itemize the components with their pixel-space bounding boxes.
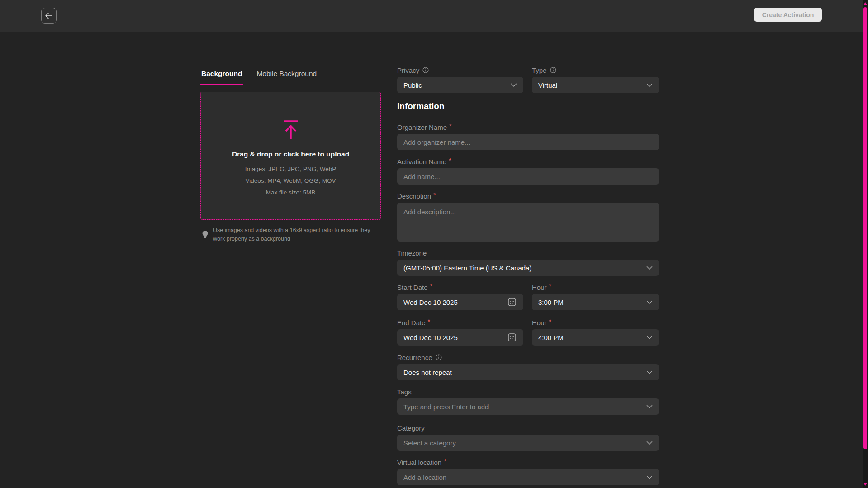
- organizer-name-input[interactable]: [397, 134, 659, 150]
- end-hour-value: 4:00 PM: [538, 334, 564, 341]
- virtual-location-label: Virtual location: [397, 459, 441, 466]
- active-tab-underline: [200, 84, 243, 85]
- virtual-location-group: Virtual location * Add a location: [397, 458, 659, 466]
- start-hour-select[interactable]: 3:00 PM: [532, 294, 659, 310]
- dropzone-title: Drag & drop or click here to upload: [232, 150, 349, 158]
- recurrence-label: Recurrence: [397, 354, 432, 361]
- tags-label: Tags: [397, 388, 412, 396]
- start-date-input[interactable]: Wed Dec 10 2025: [397, 294, 523, 310]
- end-date-value: Wed Dec 10 2025: [403, 334, 458, 341]
- start-hour-value: 3:00 PM: [538, 298, 564, 306]
- end-hour-label: Hour: [532, 319, 547, 327]
- required-asterisk: *: [549, 283, 551, 290]
- required-asterisk: *: [430, 283, 432, 290]
- tab-mobile-background-label: Mobile Background: [256, 70, 317, 77]
- category-placeholder: Select a category: [403, 439, 456, 447]
- timezone-value: (GMT-05:00) Eastern Time (US & Canada): [403, 264, 531, 272]
- chevron-down-icon: [646, 405, 653, 408]
- start-hour-label: Hour: [532, 284, 547, 291]
- required-asterisk: *: [449, 157, 451, 164]
- calendar-icon: [507, 297, 517, 307]
- top-bar: Create Activation: [0, 0, 868, 32]
- required-asterisk: *: [549, 318, 551, 325]
- scrollbar-thumb[interactable]: [863, 7, 867, 449]
- description-label: Description: [397, 192, 431, 200]
- category-label: Category: [397, 424, 425, 432]
- chevron-down-icon: [646, 266, 653, 270]
- type-value: Virtual: [538, 81, 557, 89]
- background-tabs: Background Mobile Background: [200, 67, 381, 85]
- calendar-icon: [507, 332, 517, 342]
- tags-placeholder: Type and press Enter to add: [403, 403, 489, 411]
- organizer-name-group: Organizer Name *: [397, 123, 659, 131]
- privacy-select[interactable]: Public: [397, 77, 523, 93]
- chevron-down-icon: [646, 336, 653, 339]
- dropzone-images-formats: Images: JPEG, JPG, PNG, WebP: [245, 166, 337, 172]
- required-asterisk: *: [444, 458, 446, 465]
- virtual-location-placeholder: Add a location: [403, 474, 446, 481]
- required-asterisk: *: [428, 318, 430, 325]
- timezone-select[interactable]: (GMT-05:00) Eastern Time (US & Canada): [397, 260, 659, 276]
- description-textarea[interactable]: [397, 203, 659, 242]
- end-date-group: End Date * Wed Dec 10 2025: [397, 318, 523, 327]
- timezone-label: Timezone: [397, 249, 427, 257]
- chevron-down-icon: [646, 441, 653, 445]
- dropzone-max-size: Max file size: 5MB: [266, 189, 316, 196]
- information-section-title: Information: [397, 101, 445, 111]
- privacy-field-group: Privacy Public: [397, 66, 523, 74]
- timezone-group: Timezone (GMT-05:00) Eastern Time (US & …: [397, 249, 659, 257]
- chevron-down-icon: [511, 83, 517, 87]
- required-asterisk: *: [449, 123, 451, 130]
- chevron-down-icon: [646, 475, 653, 479]
- tags-group: Tags Type and press Enter to add: [397, 388, 659, 396]
- type-select[interactable]: Virtual: [532, 77, 659, 93]
- arrow-left-icon: [45, 13, 53, 19]
- dropzone-videos-formats: Videos: MP4, WebM, OGG, MOV: [246, 177, 336, 184]
- privacy-label: Privacy: [397, 66, 419, 74]
- page-scrollbar[interactable]: [863, 0, 868, 488]
- type-field-group: Type Virtual: [532, 66, 659, 74]
- scrollbar-down-arrow-icon[interactable]: [863, 483, 867, 486]
- category-select[interactable]: Select a category: [397, 435, 659, 451]
- chevron-down-icon: [646, 300, 653, 304]
- virtual-location-input[interactable]: Add a location: [397, 469, 659, 485]
- end-hour-select[interactable]: 4:00 PM: [532, 329, 659, 346]
- start-hour-group: Hour * 3:00 PM: [532, 283, 659, 291]
- recurrence-value: Does not repeat: [403, 369, 452, 376]
- recurrence-select[interactable]: Does not repeat: [397, 364, 659, 380]
- create-activation-button[interactable]: Create Activation: [754, 8, 822, 22]
- start-date-group: Start Date * Wed Dec 10 2025: [397, 283, 523, 291]
- hint-text: Use images and videos with a 16x9 aspect…: [213, 226, 371, 243]
- privacy-value: Public: [403, 81, 422, 89]
- aspect-ratio-hint: Use images and videos with a 16x9 aspect…: [202, 226, 376, 243]
- end-date-input[interactable]: Wed Dec 10 2025: [397, 329, 523, 346]
- file-dropzone[interactable]: Drag & drop or click here to upload Imag…: [200, 92, 381, 220]
- activation-name-group: Activation Name *: [397, 157, 659, 166]
- info-icon[interactable]: [550, 67, 556, 73]
- activation-name-label: Activation Name: [397, 158, 446, 166]
- organizer-name-label: Organizer Name: [397, 123, 447, 131]
- tab-mobile-background[interactable]: Mobile Background: [256, 67, 318, 85]
- tab-background-label: Background: [201, 70, 242, 77]
- description-group: Description *: [397, 192, 659, 200]
- back-button[interactable]: [41, 8, 57, 24]
- info-icon[interactable]: [422, 67, 429, 73]
- upload-arrow-icon: [280, 119, 301, 141]
- activation-name-input[interactable]: [397, 168, 659, 185]
- lightbulb-icon: [202, 226, 209, 243]
- info-icon[interactable]: [436, 354, 442, 360]
- type-label: Type: [532, 66, 547, 74]
- chevron-down-icon: [646, 83, 653, 87]
- required-asterisk: *: [433, 191, 436, 199]
- scrollbar-up-arrow-icon[interactable]: [863, 2, 867, 5]
- category-group: Category Select a category: [397, 424, 659, 432]
- tags-input[interactable]: Type and press Enter to add: [397, 398, 659, 415]
- create-activation-page: Create Activation Background Mobile Back…: [0, 0, 868, 488]
- start-date-value: Wed Dec 10 2025: [403, 298, 458, 306]
- start-date-label: Start Date: [397, 284, 428, 291]
- recurrence-group: Recurrence Does not repeat: [397, 353, 659, 361]
- chevron-down-icon: [646, 370, 653, 374]
- tab-background[interactable]: Background: [200, 67, 243, 85]
- end-date-label: End Date: [397, 319, 426, 327]
- end-hour-group: Hour * 4:00 PM: [532, 318, 659, 327]
